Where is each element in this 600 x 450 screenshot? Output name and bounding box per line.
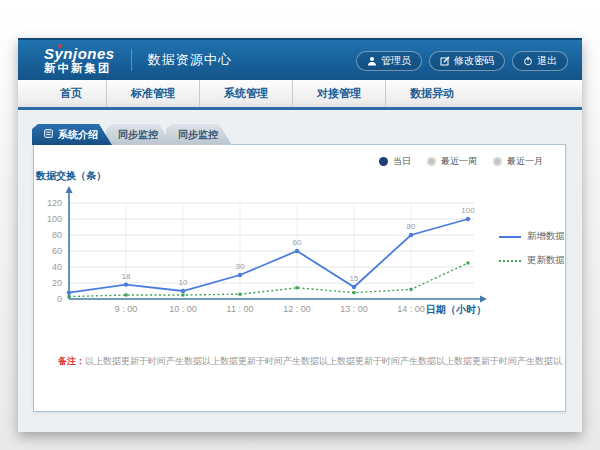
logo-subtitle: 新中新集团 — [44, 62, 115, 74]
nav-item-standard-mgmt[interactable]: 标准管理 — [106, 80, 199, 107]
admin-user-button[interactable]: 管理员 — [356, 51, 422, 71]
edit-icon — [440, 56, 450, 66]
tab-sync-monitor-1[interactable]: 同步监控 — [106, 124, 172, 145]
legend-label-updated-data: 更新数据 — [527, 254, 565, 267]
logout-button[interactable]: 退出 — [512, 51, 568, 71]
header-actions: 管理员 修改密码 退出 — [356, 51, 568, 71]
admin-user-label: 管理员 — [381, 54, 411, 68]
nav-item-home[interactable]: 首页 — [36, 80, 106, 107]
svg-text:30: 30 — [236, 262, 245, 271]
change-password-button[interactable]: 修改密码 — [429, 51, 505, 71]
content-card: 当日 最近一周 最近一月 0204060801001209 : 0010 : 0… — [33, 144, 566, 412]
legend-item-new-data[interactable]: 新增数据 — [499, 230, 565, 243]
svg-text:80: 80 — [52, 230, 62, 240]
svg-text:60: 60 — [293, 238, 302, 247]
svg-text:10 : 00: 10 : 00 — [169, 304, 197, 314]
logo-title: Synjones — [44, 46, 115, 62]
change-password-label: 修改密码 — [454, 54, 494, 68]
note-label: 备注： — [58, 356, 85, 366]
svg-text:100: 100 — [461, 206, 475, 215]
page-title: 数据资源中心 — [131, 49, 232, 71]
radio-last-month[interactable]: 最近一月 — [493, 155, 543, 168]
app-header: Synjones 新中新集团 数据资源中心 管理员 修改密码 退出 — [18, 38, 582, 80]
radio-dot-last-month[interactable] — [493, 157, 502, 166]
svg-text:80: 80 — [407, 222, 416, 231]
document-icon — [44, 124, 53, 145]
svg-text:9 : 00: 9 : 00 — [115, 304, 138, 314]
nav-item-system-mgmt[interactable]: 系统管理 — [199, 80, 292, 107]
svg-text:12 : 00: 12 : 00 — [283, 304, 311, 314]
company-logo: Synjones 新中新集团 — [44, 46, 115, 74]
footer-note: 备注：以上数据更新于时间产生数据以上数据更新于时间产生数据以上数据更新于时间产生… — [58, 355, 563, 368]
radio-label-last-month: 最近一月 — [507, 155, 543, 168]
tab-system-intro[interactable]: 系统介绍 — [32, 124, 112, 145]
svg-text:100: 100 — [47, 214, 62, 224]
svg-text:日期（小时）: 日期（小时） — [426, 304, 486, 315]
chart-legend: 新增数据 更新数据 — [499, 230, 565, 267]
svg-text:40: 40 — [52, 262, 62, 272]
radio-dot-today[interactable] — [379, 157, 388, 166]
app-window: Synjones 新中新集团 数据资源中心 管理员 修改密码 退出 — [18, 38, 582, 432]
legend-item-updated-data[interactable]: 更新数据 — [499, 254, 565, 267]
svg-text:数据交换（条）: 数据交换（条） — [35, 170, 106, 181]
chart-area: 0204060801001209 : 0010 : 0011 : 0012 : … — [34, 167, 489, 322]
dotted-line-swatch-icon — [499, 260, 521, 262]
svg-text:15: 15 — [350, 274, 359, 283]
svg-text:20: 20 — [52, 278, 62, 288]
svg-text:11 : 00: 11 : 00 — [227, 304, 254, 314]
note-text: 以上数据更新于时间产生数据以上数据更新于时间产生数据以上数据更新于时间产生数据以… — [85, 356, 563, 366]
svg-text:14 : 00: 14 : 00 — [397, 304, 425, 314]
user-icon — [367, 56, 377, 66]
nav-item-interface-mgmt[interactable]: 对接管理 — [292, 80, 385, 107]
svg-text:13 : 00: 13 : 00 — [340, 304, 368, 314]
page-background: Synjones 新中新集团 数据资源中心 管理员 修改密码 退出 — [0, 0, 600, 450]
svg-text:60: 60 — [52, 246, 62, 256]
nav-item-data-changes[interactable]: 数据异动 — [385, 80, 478, 107]
line-chart: 0204060801001209 : 0010 : 0011 : 0012 : … — [34, 167, 489, 322]
svg-text:120: 120 — [47, 198, 62, 208]
tab-bar: 系统介绍 同步监控 同步监控 — [32, 124, 232, 145]
power-icon — [523, 56, 533, 66]
solid-line-swatch-icon — [499, 236, 521, 238]
tab-label: 系统介绍 — [58, 124, 98, 145]
main-nav: 首页 标准管理 系统管理 对接管理 数据异动 — [18, 80, 582, 110]
svg-text:10: 10 — [179, 278, 188, 287]
svg-text:18: 18 — [122, 272, 131, 281]
logout-label: 退出 — [537, 54, 557, 68]
svg-text:0: 0 — [57, 294, 62, 304]
tab-sync-monitor-2[interactable]: 同步监控 — [166, 124, 232, 145]
radio-dot-last-week[interactable] — [427, 157, 436, 166]
legend-label-new-data: 新增数据 — [527, 230, 565, 243]
